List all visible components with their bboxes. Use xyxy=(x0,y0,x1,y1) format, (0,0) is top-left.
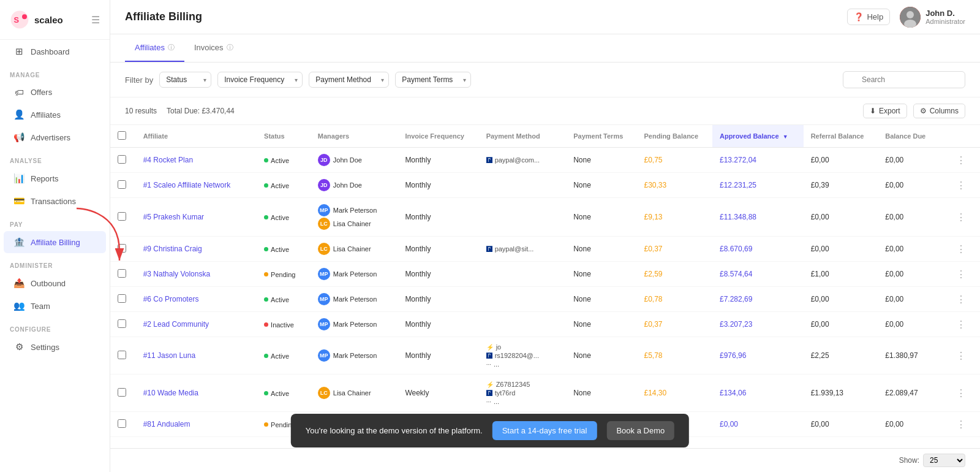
table-row: #1 Scaleo Affiliate Network Active JDJoh… xyxy=(110,173,980,198)
sidebar-item-label: Settings xyxy=(31,343,59,352)
header-checkbox[interactable] xyxy=(110,125,136,148)
header-approved-balance[interactable]: Approved Balance ▼ xyxy=(712,125,804,148)
row-more-button[interactable]: ⋮ xyxy=(952,318,970,331)
row-more-button[interactable]: ⋮ xyxy=(952,154,970,167)
header-pending-balance[interactable]: Pending Balance xyxy=(636,125,712,148)
sidebar-toggle[interactable]: ☰ xyxy=(91,14,100,26)
managers-cell: LCLisa Chainer xyxy=(318,387,391,399)
pending-balance: £14,30 xyxy=(644,389,666,397)
sidebar-item-dashboard[interactable]: ⊞ Dashboard xyxy=(4,40,106,63)
affiliates-info-icon[interactable]: ⓘ xyxy=(168,43,175,52)
tab-affiliates-label: Affiliates xyxy=(135,43,165,52)
row-more-button[interactable]: ⋮ xyxy=(952,293,970,306)
row-more-button[interactable]: ⋮ xyxy=(952,243,970,256)
row-checkbox[interactable] xyxy=(118,212,126,221)
demo-banner-text: You're looking at the demo version of th… xyxy=(306,426,483,435)
header-referral-balance[interactable]: Referral Balance xyxy=(804,125,878,148)
row-checkbox[interactable] xyxy=(118,269,126,278)
affiliate-link[interactable]: #3 Nathaly Volonska xyxy=(143,270,210,278)
book-demo-button[interactable]: Book a Demo xyxy=(606,421,674,440)
page-title: Affiliate Billing xyxy=(125,10,202,23)
affiliate-link[interactable]: #11 Jason Luna xyxy=(143,351,195,360)
sidebar-item-outbound[interactable]: 📤 Outbound xyxy=(4,272,106,294)
tab-affiliates[interactable]: Affiliates ⓘ xyxy=(125,34,184,62)
affiliate-link[interactable]: #10 Wade Media xyxy=(143,389,198,397)
payment-method-cell: ⚡Z67812345🅿tyt76rd···... xyxy=(486,381,559,405)
pay-section-label: PAY xyxy=(0,213,110,230)
referral-balance: £0,00 xyxy=(804,412,878,437)
export-button[interactable]: ⬇ Export xyxy=(863,104,907,118)
row-more-button[interactable]: ⋮ xyxy=(952,418,970,431)
tab-invoices[interactable]: Invoices ⓘ xyxy=(184,34,243,62)
demo-banner: You're looking at the demo version of th… xyxy=(291,414,689,447)
row-more-button[interactable]: ⋮ xyxy=(952,349,970,362)
header-payment-method[interactable]: Payment Method xyxy=(479,125,567,148)
tabs-bar: Affiliates ⓘ Invoices ⓘ xyxy=(110,34,980,63)
sidebar-item-offers[interactable]: 🏷 Offers xyxy=(4,82,106,103)
payment-terms-cell: None xyxy=(566,148,636,173)
invoice-frequency-filter[interactable]: Invoice Frequency Monthly Weekly xyxy=(217,72,303,88)
header-more xyxy=(945,125,980,148)
search-input[interactable] xyxy=(843,71,965,88)
invoices-info-icon[interactable]: ⓘ xyxy=(227,43,233,52)
sidebar-item-label: Affiliates xyxy=(31,110,61,120)
columns-label: Columns xyxy=(930,107,959,115)
filter-by-label: Filter by xyxy=(125,75,153,85)
select-all-checkbox[interactable] xyxy=(118,131,126,140)
frequency-cell: Monthly xyxy=(398,173,478,198)
header-affiliate[interactable]: Affiliate xyxy=(136,125,257,148)
row-checkbox[interactable] xyxy=(118,294,126,303)
row-checkbox[interactable] xyxy=(118,180,126,189)
sidebar-item-advertisers[interactable]: 📢 Advertisers xyxy=(4,126,106,148)
header-frequency[interactable]: Invoice Frequency xyxy=(398,125,478,148)
start-trial-button[interactable]: Start a 14-days free trial xyxy=(492,421,597,440)
referral-balance: £0,00 xyxy=(804,148,878,173)
status-dot xyxy=(264,391,268,395)
affiliate-link[interactable]: #81 Andualem xyxy=(143,420,190,428)
header-managers[interactable]: Managers xyxy=(311,125,398,148)
row-more-button[interactable]: ⋮ xyxy=(952,179,970,192)
affiliate-link[interactable]: #5 Prakesh Kumar xyxy=(143,213,204,221)
export-icon: ⬇ xyxy=(870,107,876,115)
row-more-button[interactable]: ⋮ xyxy=(952,387,970,400)
sidebar-item-transactions[interactable]: 💳 Transactions xyxy=(4,190,106,212)
row-more-button[interactable]: ⋮ xyxy=(952,211,970,224)
row-checkbox[interactable] xyxy=(118,419,126,428)
user-menu[interactable]: John D. Administrator xyxy=(900,7,965,28)
affiliate-link[interactable]: #2 Lead Community xyxy=(143,320,209,329)
row-checkbox[interactable] xyxy=(118,319,126,328)
row-checkbox[interactable] xyxy=(118,351,126,359)
affiliate-link[interactable]: #6 Co Promoters xyxy=(143,295,199,303)
row-more-button[interactable]: ⋮ xyxy=(952,268,970,281)
columns-button[interactable]: ⚙ Columns xyxy=(913,104,965,118)
status-badge: Active xyxy=(264,182,289,189)
help-button[interactable]: ❓ Help xyxy=(847,9,890,25)
payment-method-filter[interactable]: Payment Method PayPal Bank Transfer xyxy=(309,72,389,88)
sidebar-item-settings[interactable]: ⚙ Settings xyxy=(4,336,106,358)
status-text: Active xyxy=(271,296,289,303)
header-balance-due[interactable]: Balance Due xyxy=(878,125,945,148)
sidebar-item-affiliates[interactable]: 👤 Affiliates xyxy=(4,104,106,126)
row-checkbox[interactable] xyxy=(118,155,126,164)
payment-terms-filter[interactable]: Payment Terms None Net30 xyxy=(395,72,471,88)
affiliate-link[interactable]: #4 Rocket Plan xyxy=(143,156,193,164)
header-status[interactable]: Status xyxy=(257,125,311,148)
row-checkbox[interactable] xyxy=(118,244,126,253)
payment-terms-cell: None xyxy=(566,337,636,375)
table-area: Affiliate Status Managers Invoice Freque… xyxy=(110,125,980,448)
status-filter[interactable]: Status Active Pending Inactive xyxy=(159,72,211,88)
managers-cell: MPMark Peterson xyxy=(318,293,391,305)
header-payment-terms[interactable]: Payment Terms xyxy=(566,125,636,148)
sidebar-item-reports[interactable]: 📊 Reports xyxy=(4,167,106,189)
user-name: John D. xyxy=(925,9,965,18)
per-page-select[interactable]: 25 50 100 xyxy=(923,454,965,467)
billing-icon: 🏦 xyxy=(13,237,24,248)
row-checkbox[interactable] xyxy=(118,388,126,397)
payment-terms-cell: None xyxy=(566,312,636,337)
sidebar-item-team[interactable]: 👥 Team xyxy=(4,295,106,317)
frequency-cell: Monthly xyxy=(398,337,478,375)
frequency-cell: Monthly xyxy=(398,287,478,312)
sidebar-item-affiliate-billing[interactable]: 🏦 Affiliate Billing xyxy=(4,231,106,253)
affiliate-link[interactable]: #9 Christina Craig xyxy=(143,245,202,253)
affiliate-link[interactable]: #1 Scaleo Affiliate Network xyxy=(143,181,231,189)
